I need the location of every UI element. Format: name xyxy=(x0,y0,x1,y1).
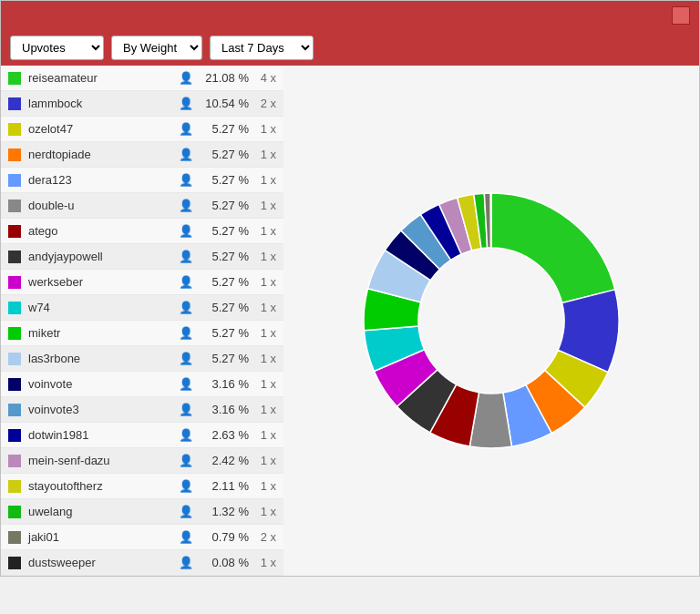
user-icon: 👤 xyxy=(179,148,193,161)
percent-label: 0.08 % xyxy=(199,556,249,569)
username-label: andyjaypowell xyxy=(28,250,179,263)
user-icon: 👤 xyxy=(179,275,193,289)
count-label: 1 x xyxy=(249,199,276,212)
user-icon: 👤 xyxy=(179,454,193,467)
color-indicator xyxy=(8,327,21,340)
username-label: mein-senf-dazu xyxy=(28,454,179,467)
percent-label: 5.27 % xyxy=(199,250,249,263)
chart-segment xyxy=(491,193,615,303)
username-label: dotwin1981 xyxy=(28,428,179,442)
percent-label: 5.27 % xyxy=(199,224,249,238)
user-icon: 👤 xyxy=(179,530,193,544)
percent-label: 5.27 % xyxy=(199,199,249,212)
count-label: 2 x xyxy=(249,530,276,544)
color-indicator xyxy=(8,353,21,365)
chart-panel xyxy=(283,66,699,576)
username-label: dustsweeper xyxy=(28,556,179,569)
count-label: 1 x xyxy=(249,173,276,187)
user-icon: 👤 xyxy=(179,556,193,569)
filter-weight-select[interactable]: By Weight By Count xyxy=(111,36,202,60)
count-label: 1 x xyxy=(249,403,276,416)
color-indicator xyxy=(8,557,21,569)
color-indicator xyxy=(8,429,21,442)
count-label: 1 x xyxy=(249,148,276,161)
count-label: 1 x xyxy=(249,352,276,365)
color-indicator xyxy=(8,251,21,263)
donut-chart xyxy=(345,175,637,466)
username-label: uwelang xyxy=(28,505,179,518)
color-indicator xyxy=(8,225,21,238)
user-icon: 👤 xyxy=(179,122,193,136)
user-icon: 👤 xyxy=(179,173,193,187)
list-item: miketr 👤 5.27 % 1 x xyxy=(1,321,283,346)
username-label: miketr xyxy=(28,326,179,340)
percent-label: 5.27 % xyxy=(199,173,249,187)
user-icon: 👤 xyxy=(179,71,193,85)
close-button[interactable] xyxy=(672,6,690,25)
list-item: las3rbone 👤 5.27 % 1 x xyxy=(1,346,283,372)
percent-label: 3.16 % xyxy=(199,403,249,416)
count-label: 1 x xyxy=(249,275,276,289)
username-label: las3rbone xyxy=(28,352,179,365)
list-item: uwelang 👤 1.32 % 1 x xyxy=(1,499,283,525)
percent-label: 2.42 % xyxy=(199,454,249,467)
color-indicator xyxy=(8,174,21,187)
username-label: nerdtopiade xyxy=(28,148,179,161)
user-icon: 👤 xyxy=(179,326,193,340)
count-label: 4 x xyxy=(249,71,276,85)
username-label: lammbock xyxy=(28,97,179,110)
count-label: 1 x xyxy=(249,479,276,493)
percent-label: 5.27 % xyxy=(199,301,249,314)
list-item: stayoutoftherz 👤 2.11 % 1 x xyxy=(1,474,283,499)
percent-label: 5.27 % xyxy=(199,326,249,340)
list-item: jaki01 👤 0.79 % 2 x xyxy=(1,525,283,550)
list-item: nerdtopiade 👤 5.27 % 1 x xyxy=(1,142,283,168)
filter-type-select[interactable]: Upvotes Downvotes xyxy=(10,36,104,60)
color-indicator xyxy=(8,378,21,391)
filter-period-select[interactable]: Last 7 Days Last 30 Days All Time xyxy=(210,36,314,60)
percent-label: 3.16 % xyxy=(199,377,249,391)
user-icon: 👤 xyxy=(179,250,193,263)
percent-label: 0.79 % xyxy=(199,530,249,544)
count-label: 1 x xyxy=(249,224,276,238)
username-label: dera123 xyxy=(28,173,179,187)
percent-label: 2.63 % xyxy=(199,428,249,442)
color-indicator xyxy=(8,480,21,493)
user-icon: 👤 xyxy=(179,505,193,518)
username-label: reiseamateur xyxy=(28,71,179,85)
color-indicator xyxy=(8,531,21,544)
list-item: double-u 👤 5.27 % 1 x xyxy=(1,193,283,219)
percent-label: 5.27 % xyxy=(199,275,249,289)
color-indicator xyxy=(8,404,21,416)
list-item: werkseber 👤 5.27 % 1 x xyxy=(1,270,283,295)
username-label: atego xyxy=(28,224,179,238)
votes-list: reiseamateur 👤 21.08 % 4 x lammbock 👤 10… xyxy=(1,66,283,576)
list-item: voinvote 👤 3.16 % 1 x xyxy=(1,372,283,397)
list-item: atego 👤 5.27 % 1 x xyxy=(1,219,283,244)
percent-label: 10.54 % xyxy=(199,97,249,110)
list-item: mein-senf-dazu 👤 2.42 % 1 x xyxy=(1,448,283,474)
color-indicator xyxy=(8,123,21,136)
username-label: ozelot47 xyxy=(28,122,179,136)
count-label: 1 x xyxy=(249,505,276,518)
title-bar xyxy=(1,1,699,30)
user-icon: 👤 xyxy=(179,479,193,493)
toolbar: Upvotes Downvotes By Weight By Count Las… xyxy=(1,30,699,66)
user-icon: 👤 xyxy=(179,301,193,314)
percent-label: 5.27 % xyxy=(199,352,249,365)
content-area: reiseamateur 👤 21.08 % 4 x lammbock 👤 10… xyxy=(1,66,699,576)
user-icon: 👤 xyxy=(179,97,193,110)
chart-segment xyxy=(490,193,491,248)
percent-label: 21.08 % xyxy=(199,71,249,85)
color-indicator xyxy=(8,148,21,161)
color-indicator xyxy=(8,72,21,85)
user-icon: 👤 xyxy=(179,352,193,365)
color-indicator xyxy=(8,455,21,467)
percent-label: 5.27 % xyxy=(199,148,249,161)
username-label: stayoutoftherz xyxy=(28,479,179,493)
percent-label: 2.11 % xyxy=(199,479,249,493)
user-icon: 👤 xyxy=(179,224,193,238)
user-icon: 👤 xyxy=(179,403,193,416)
list-item: dustsweeper 👤 0.08 % 1 x xyxy=(1,550,283,576)
count-label: 1 x xyxy=(249,377,276,391)
